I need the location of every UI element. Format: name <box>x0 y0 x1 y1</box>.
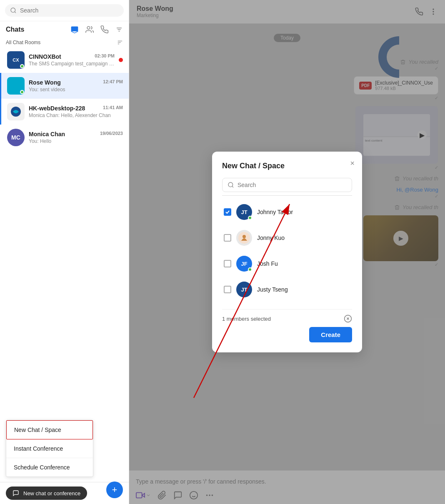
avatar <box>236 230 252 246</box>
clear-selection-button[interactable] <box>344 314 352 323</box>
contact-item[interactable]: JT Johnny Taylor <box>222 199 352 225</box>
contact-checkbox[interactable] <box>224 208 231 216</box>
svg-line-23 <box>232 186 233 187</box>
hk-logo <box>10 106 22 117</box>
contact-item[interactable]: JT Justy Tseng <box>222 277 352 302</box>
contact-name: Rose Wong <box>29 79 61 86</box>
chat-preview: The SMS Campaign test_campaign created b… <box>29 61 115 67</box>
contact-name: Monica Chan <box>29 131 65 137</box>
chat-list: CX CINNOXBot 02:30 PM The SMS Campaign t… <box>0 47 129 482</box>
sidebar-bottom: New chat or conference + <box>0 482 129 504</box>
chat-time: 12:47 PM <box>103 79 123 86</box>
avatar: CX <box>7 77 25 95</box>
contact-name: HK-webDesktop-228 <box>29 105 85 112</box>
status-dot <box>20 90 24 94</box>
fab-button[interactable]: + <box>106 482 123 498</box>
contact-name: Josh Fu <box>257 260 278 267</box>
create-button[interactable]: Create <box>309 327 352 342</box>
list-item[interactable]: HK-webDesktop-228 11:41 AM Monica Chan: … <box>0 99 129 125</box>
modal-overlay[interactable]: New Chat / Space × JT <box>129 0 445 504</box>
chats-header: Chats <box>0 21 129 36</box>
contact-name: CINNOXBot <box>29 53 61 60</box>
avatar: CX <box>7 51 25 69</box>
new-chat-button[interactable]: New chat or conference <box>6 487 87 500</box>
avatar: MC <box>7 129 25 146</box>
contact-item[interactable]: JF Josh Fu <box>222 251 352 277</box>
svg-point-25 <box>242 235 246 238</box>
main-chat-area: Rose Wong Marketing Today You recalled ✓ <box>129 0 445 504</box>
modal-close-button[interactable]: × <box>350 159 355 168</box>
chat-preview: You: sent videos <box>29 87 123 92</box>
modal-search-icon <box>228 182 234 188</box>
avatar: JT <box>236 204 252 220</box>
contact-name: Johnny Taylor <box>257 209 293 215</box>
contact-list: JT Johnny Taylor Jonny Kuo <box>222 199 352 302</box>
contact-checkbox[interactable] <box>224 286 231 293</box>
sidebar: Chats All Chat Rooms CX CINNOXBot 02:30 … <box>0 0 129 504</box>
divider <box>222 195 352 196</box>
avatar <box>7 103 25 120</box>
svg-line-1 <box>15 12 16 13</box>
search-icon <box>10 7 17 14</box>
status-dot <box>20 64 24 68</box>
chat-tab-icon[interactable] <box>70 25 79 34</box>
avatar: JT <box>236 282 252 297</box>
search-bar[interactable] <box>5 4 124 17</box>
list-item[interactable]: CX Rose Wong 12:47 PM You: sent videos <box>0 73 129 99</box>
avatar: JF <box>236 256 252 272</box>
contact-name: Justy Tseng <box>257 286 288 293</box>
new-chat-space-menu-item[interactable]: New Chat / Space <box>6 420 93 439</box>
contacts-tab-icon[interactable] <box>85 25 94 34</box>
phone-tab-icon[interactable] <box>100 25 109 34</box>
schedule-conference-menu-item[interactable]: Schedule Conference <box>6 458 93 477</box>
new-chat-modal: New Chat / Space × JT <box>212 152 362 352</box>
sidebar-search-container <box>0 0 129 21</box>
new-chat-label: New chat or conference <box>23 490 80 497</box>
status-dot <box>248 216 252 220</box>
all-chat-rooms-label: All Chat Rooms <box>0 36 129 47</box>
chats-header-icons <box>70 25 123 34</box>
modal-title: New Chat / Space <box>222 162 352 170</box>
svg-point-0 <box>11 8 15 12</box>
sort-icon[interactable] <box>117 40 123 45</box>
list-item[interactable]: MC Monica Chan 19/06/2023 You: Hello <box>0 125 129 150</box>
modal-footer: 1 members selected <box>222 309 352 323</box>
modal-search-bar[interactable] <box>222 178 352 192</box>
filter-icon[interactable] <box>115 26 123 33</box>
contact-checkbox[interactable] <box>224 260 231 267</box>
svg-rect-2 <box>71 27 78 32</box>
list-item[interactable]: CX CINNOXBot 02:30 PM The SMS Campaign t… <box>0 47 129 73</box>
instant-conference-menu-item[interactable]: Instant Conference <box>6 439 93 458</box>
search-input[interactable] <box>20 7 119 14</box>
svg-point-3 <box>87 27 90 30</box>
cx-logo: CX <box>12 83 19 89</box>
chat-preview: Monica Chan: Hello, Alexender Chan <box>29 112 123 118</box>
contact-item[interactable]: Jonny Kuo <box>222 225 352 251</box>
chat-plus-icon <box>12 490 19 497</box>
status-dot <box>248 267 252 272</box>
chat-time: 02:30 PM <box>95 53 115 60</box>
svg-point-22 <box>228 182 233 187</box>
chat-preview: You: Hello <box>29 138 123 144</box>
chat-time: 11:41 AM <box>103 105 123 112</box>
context-menu: New Chat / Space Instant Conference Sche… <box>6 420 93 477</box>
selected-count: 1 members selected <box>222 316 271 322</box>
contact-checkbox[interactable] <box>224 234 231 242</box>
chats-title: Chats <box>6 26 24 33</box>
chat-time: 19/06/2023 <box>100 131 123 137</box>
modal-search-input[interactable] <box>238 182 347 188</box>
unread-badge <box>119 58 123 62</box>
contact-name: Jonny Kuo <box>257 235 285 241</box>
